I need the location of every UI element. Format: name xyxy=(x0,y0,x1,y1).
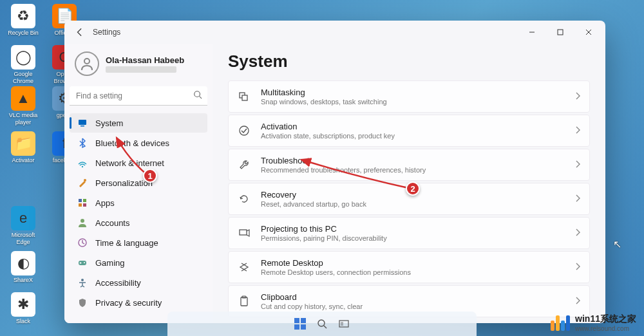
nav-label: Apps xyxy=(95,198,115,208)
chevron-right-icon xyxy=(575,126,580,136)
desktop-icon-label: Slack xyxy=(5,318,41,325)
maximize-button[interactable] xyxy=(546,23,574,42)
row-text: Multitasking Snap windows, desktops, tas… xyxy=(261,88,565,106)
access-icon xyxy=(77,277,88,288)
desktop-glyph-icon: ◯ xyxy=(11,45,35,70)
desktop-glyph-icon: ▲ xyxy=(11,86,35,111)
row-desc: Recommended troubleshooters, preferences… xyxy=(261,166,565,174)
chevron-right-icon xyxy=(575,229,580,238)
clock-icon xyxy=(77,238,88,248)
profile[interactable]: Ola-Hassan Habeeb xyxy=(70,44,207,86)
desktop-icon[interactable]: 📁Activator xyxy=(5,131,41,164)
desktop-icon-label: VLC media player xyxy=(5,112,41,126)
svg-point-30 xyxy=(318,320,325,326)
desktop-icon[interactable]: ◯Google Chrome xyxy=(5,45,41,85)
annotation-badge-2: 2 xyxy=(406,182,420,196)
back-button[interactable] xyxy=(70,22,90,42)
settings-row-remote[interactable]: Remote Desktop Remote Desktop users, con… xyxy=(228,251,590,283)
person-icon xyxy=(77,218,88,228)
clipboard-icon xyxy=(238,295,251,308)
desktop-icon[interactable]: ♻Recycle Bin xyxy=(5,4,41,37)
desktop-icon-label: ShareX xyxy=(5,277,41,284)
brush-icon xyxy=(77,178,88,188)
search-icon xyxy=(193,90,202,102)
chevron-right-icon xyxy=(575,263,580,272)
desktop-icon[interactable]: ✱Slack xyxy=(5,292,41,325)
desktop-glyph-icon: ✱ xyxy=(11,292,35,317)
sidebar-item-access[interactable]: Accessibility xyxy=(70,273,207,292)
nav-label: Network & internet xyxy=(95,158,164,168)
settings-row-check[interactable]: Activation Activation state, subscriptio… xyxy=(228,115,590,147)
svg-point-22 xyxy=(240,126,249,135)
sidebar-item-brush[interactable]: Personalization xyxy=(70,173,207,192)
sidebar-item-bluetooth[interactable]: Bluetooth & devices xyxy=(70,133,207,153)
window-body: Ola-Hassan Habeeb SystemBluetooth & devi… xyxy=(64,44,605,323)
nav-label: Time & language xyxy=(95,238,158,248)
avatar-icon xyxy=(75,51,99,76)
taskbar[interactable] xyxy=(167,312,477,336)
row-title: Activation xyxy=(261,122,565,131)
svg-point-15 xyxy=(80,219,84,223)
window-controls xyxy=(518,23,603,42)
nav-label: Accounts xyxy=(95,218,129,228)
nav-label: Privacy & security xyxy=(95,298,162,308)
sidebar-item-shield[interactable]: Privacy & security xyxy=(70,293,207,312)
svg-rect-26 xyxy=(294,318,299,323)
svg-point-10 xyxy=(84,179,86,182)
remote-icon xyxy=(238,261,251,274)
settings-row-wrench[interactable]: Troubleshoot Recommended troubleshooters… xyxy=(228,149,590,181)
watermark-logo xyxy=(551,315,570,331)
sidebar-item-network[interactable]: Network & internet xyxy=(70,153,207,173)
desktop-icon-label: Microsoft Edge xyxy=(5,232,41,246)
row-text: Troubleshoot Recommended troubleshooters… xyxy=(261,156,565,174)
close-button[interactable] xyxy=(574,23,603,42)
sidebar-item-system[interactable]: System xyxy=(70,113,207,133)
row-text: Remote Desktop Remote Desktop users, con… xyxy=(261,258,565,276)
desktop-icon[interactable]: ▲VLC media player xyxy=(5,86,41,126)
sidebar-item-apps[interactable]: Apps xyxy=(70,193,207,212)
profile-name: Ola-Hassan Habeeb xyxy=(106,55,184,65)
row-desc: Snap windows, desktops, task switching xyxy=(261,98,565,106)
watermark-line2: www.relsound.com xyxy=(575,325,636,332)
settings-row-project[interactable]: Projecting to this PC Permissions, pairi… xyxy=(228,217,590,249)
svg-rect-23 xyxy=(240,230,247,235)
nav-label: Gaming xyxy=(95,258,125,268)
svg-rect-14 xyxy=(83,203,86,207)
row-desc: Remote Desktop users, connection permiss… xyxy=(261,268,565,276)
row-desc: Permissions, pairing PIN, discoverabilit… xyxy=(261,234,565,242)
svg-rect-21 xyxy=(242,95,247,100)
minimize-button[interactable] xyxy=(518,23,546,42)
desktop-glyph-icon: ◐ xyxy=(11,251,35,275)
desktop-glyph-icon: 📁 xyxy=(11,131,35,156)
search-input[interactable] xyxy=(70,86,207,106)
row-text: Clipboard Cut and copy history, sync, cl… xyxy=(261,292,565,310)
desktop-icon[interactable]: eMicrosoft Edge xyxy=(5,206,41,246)
settings-row-multitask[interactable]: Multitasking Snap windows, desktops, tas… xyxy=(228,80,590,113)
gamepad-icon xyxy=(77,257,88,268)
svg-rect-33 xyxy=(341,322,343,326)
nav-label: Bluetooth & devices xyxy=(95,138,169,148)
shield-icon xyxy=(77,297,88,308)
nav-label: Accessibility xyxy=(95,278,141,288)
sidebar-item-clock[interactable]: Time & language xyxy=(70,233,207,252)
taskview-icon[interactable] xyxy=(335,315,353,333)
wrench-icon xyxy=(238,158,251,171)
desktop-glyph-icon: e xyxy=(11,206,35,230)
start-icon[interactable] xyxy=(291,315,309,333)
sidebar-item-gamepad[interactable]: Gaming xyxy=(70,253,207,272)
desktop-icon[interactable]: ◐ShareX xyxy=(5,251,41,284)
sidebar-item-person[interactable]: Accounts xyxy=(70,213,207,232)
svg-line-6 xyxy=(200,97,202,99)
row-desc: Reset, advanced startup, go back xyxy=(261,200,565,208)
desktop-icon-label: Google Chrome xyxy=(5,71,41,85)
svg-rect-28 xyxy=(294,324,299,330)
search-taskbar-icon[interactable] xyxy=(313,315,331,333)
nav: SystemBluetooth & devicesNetwork & inter… xyxy=(70,113,207,312)
project-icon xyxy=(238,227,251,239)
svg-point-18 xyxy=(84,262,85,263)
row-text: Activation Activation state, subscriptio… xyxy=(261,122,565,140)
bluetooth-icon xyxy=(77,138,88,148)
svg-point-4 xyxy=(84,59,90,64)
svg-rect-12 xyxy=(83,199,86,202)
svg-rect-24 xyxy=(241,297,247,306)
